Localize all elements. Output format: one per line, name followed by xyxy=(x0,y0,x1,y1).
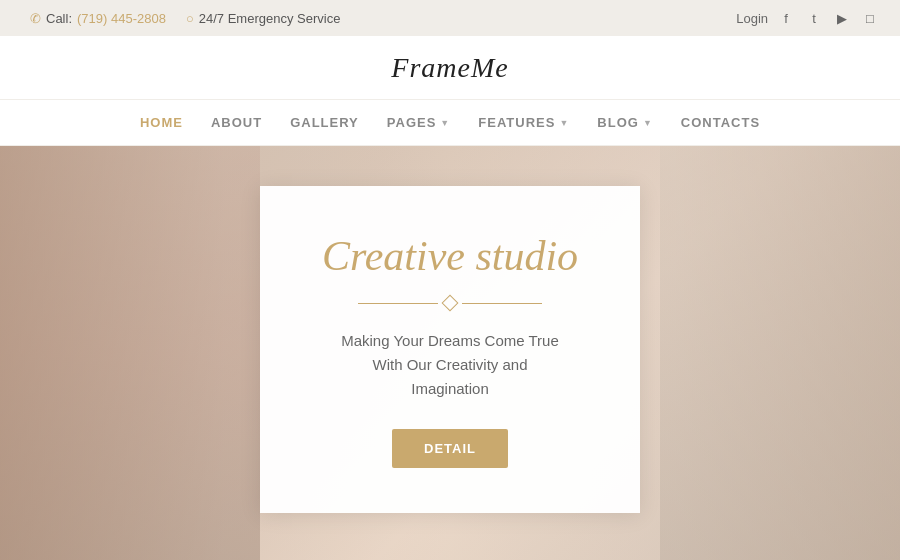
hero-title: Creative studio xyxy=(310,231,590,281)
call-label: Call: xyxy=(46,11,72,26)
divider-diamond xyxy=(442,295,459,312)
hero-section: Creative studio Making Your Dreams Come … xyxy=(0,146,900,560)
pages-caret: ▼ xyxy=(440,118,450,128)
top-bar-right: Login f t ▶ □ xyxy=(736,8,880,28)
divider-line-left xyxy=(358,303,438,304)
logo[interactable]: FrameMe xyxy=(391,52,508,84)
youtube-icon[interactable]: ▶ xyxy=(832,8,852,28)
nav-item-features[interactable]: FEATURES ▼ xyxy=(478,115,569,130)
top-bar: ✆ Call: (719) 445-2808 ○ 24/7 Emergency … xyxy=(0,0,900,36)
nav-item-contacts[interactable]: CONTACTS xyxy=(681,115,760,130)
blog-caret: ▼ xyxy=(643,118,653,128)
nav-item-pages[interactable]: PAGES ▼ xyxy=(387,115,450,130)
phone-link[interactable]: (719) 445-2808 xyxy=(77,11,166,26)
header: FrameMe xyxy=(0,36,900,100)
facebook-icon[interactable]: f xyxy=(776,8,796,28)
nav-item-gallery[interactable]: GALLERY xyxy=(290,115,359,130)
clock-icon: ○ xyxy=(186,11,194,26)
emergency-item: ○ 24/7 Emergency Service xyxy=(186,11,340,26)
twitter-icon[interactable]: t xyxy=(804,8,824,28)
nav-item-blog[interactable]: BLOG ▼ xyxy=(597,115,652,130)
features-caret: ▼ xyxy=(559,118,569,128)
phone-item: ✆ Call: (719) 445-2808 xyxy=(30,11,166,26)
instagram-icon[interactable]: □ xyxy=(860,8,880,28)
emergency-text: 24/7 Emergency Service xyxy=(199,11,341,26)
login-link[interactable]: Login xyxy=(736,11,768,26)
navigation: HOME ABOUT GALLERY PAGES ▼ FEATURES ▼ BL… xyxy=(0,100,900,146)
divider-line-right xyxy=(462,303,542,304)
nav-item-about[interactable]: ABOUT xyxy=(211,115,262,130)
hero-subtitle: Making Your Dreams Come True With Our Cr… xyxy=(310,329,590,401)
nav-items: HOME ABOUT GALLERY PAGES ▼ FEATURES ▼ BL… xyxy=(140,115,760,130)
top-bar-left: ✆ Call: (719) 445-2808 ○ 24/7 Emergency … xyxy=(30,11,340,26)
hero-divider xyxy=(310,297,590,309)
detail-button[interactable]: Detail xyxy=(392,429,508,468)
phone-icon: ✆ xyxy=(30,11,41,26)
nav-item-home[interactable]: HOME xyxy=(140,115,183,130)
hero-card: Creative studio Making Your Dreams Come … xyxy=(260,186,640,513)
